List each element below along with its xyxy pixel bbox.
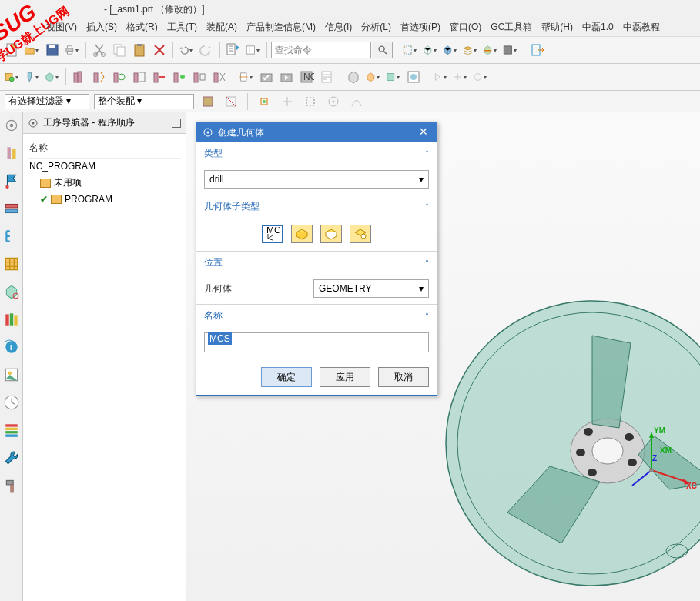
menu-gctoolbox[interactable]: GC工具箱 — [491, 21, 532, 34]
snap-icon-2[interactable] — [278, 92, 296, 111]
leftbar-gear-icon[interactable] — [3, 117, 20, 134]
column-header-name[interactable]: 名称 — [28, 139, 181, 159]
leftbar-grid-icon[interactable] — [3, 255, 20, 272]
cancel-button[interactable]: 取消 — [378, 367, 429, 387]
ok-button[interactable]: 确定 — [261, 367, 312, 387]
subtype-mcs[interactable]: MCS — [262, 225, 283, 243]
dialog-titlebar[interactable]: 创建几何体 ✕ — [196, 122, 437, 142]
op-icon-8[interactable] — [210, 68, 229, 86]
cut-icon[interactable] — [90, 41, 109, 59]
simulate-icon[interactable] — [277, 68, 296, 86]
leftbar-op-icon[interactable] — [3, 145, 20, 162]
leftbar-part-icon[interactable] — [3, 283, 20, 300]
save-icon[interactable] — [43, 41, 62, 59]
tool-icon-c[interactable]: ▾ — [384, 68, 403, 86]
wireframe-icon[interactable]: ▾ — [421, 41, 440, 59]
leftbar-books-icon[interactable] — [3, 311, 20, 328]
filter-icon-1[interactable] — [199, 92, 217, 111]
tool-icon-d[interactable] — [404, 68, 423, 86]
shop-doc-icon[interactable] — [317, 68, 336, 86]
op-icon-3[interactable] — [110, 68, 129, 86]
section-name-header[interactable]: 名称˄ — [196, 305, 437, 326]
command-finder-icon[interactable] — [224, 41, 243, 59]
leftbar-wifi-icon[interactable]: i — [3, 339, 20, 356]
fit-view-icon[interactable]: ▾ — [401, 41, 420, 59]
leftbar-spectrum-icon[interactable] — [3, 422, 20, 439]
menu-info[interactable]: 信息(I) — [325, 21, 352, 34]
background-icon[interactable]: ▾ — [501, 41, 520, 59]
tree-item-unused[interactable]: 未用项 — [28, 174, 181, 192]
leftbar-layers-icon[interactable] — [3, 200, 20, 217]
op-icon-4[interactable] — [130, 68, 149, 86]
leftbar-image-icon[interactable] — [3, 366, 20, 383]
section-position-header[interactable]: 位置˄ — [196, 252, 437, 273]
copy-icon[interactable] — [110, 41, 129, 59]
gear-icon[interactable] — [28, 118, 39, 129]
tool-icon-f[interactable]: ▾ — [451, 68, 470, 86]
paste-icon[interactable] — [130, 41, 149, 59]
leftbar-hammer-icon[interactable] — [3, 477, 20, 494]
op-icon-1[interactable] — [70, 68, 89, 86]
tree-root[interactable]: NC_PROGRAM — [28, 159, 181, 174]
leftbar-wrench-icon[interactable] — [3, 449, 20, 466]
menu-pmi[interactable]: 产品制造信息(M) — [246, 21, 316, 34]
op-icon-7[interactable] — [190, 68, 209, 86]
new-icon[interactable] — [3, 41, 22, 59]
leftbar-tree-icon[interactable] — [3, 228, 20, 245]
leftbar-flag-icon[interactable] — [3, 172, 20, 189]
undo-icon[interactable]: ▾ — [177, 41, 196, 59]
snap-icon-5[interactable] — [347, 92, 366, 111]
menu-analysis[interactable]: 分析(L) — [361, 21, 391, 34]
menu-insert[interactable]: 插入(S) — [86, 21, 117, 34]
op-icon-5[interactable] — [150, 68, 169, 86]
filter-scope-select[interactable]: 整个装配 ▾ — [94, 94, 194, 109]
op-icon-2[interactable] — [90, 68, 109, 86]
menu-format[interactable]: 格式(R) — [126, 21, 158, 34]
menu-preferences[interactable]: 首选项(P) — [400, 21, 440, 34]
snap-icon-4[interactable] — [324, 92, 343, 111]
menu-view[interactable]: 视图(V) — [46, 21, 77, 34]
info-box-icon[interactable]: i▾ — [244, 41, 263, 59]
type-select[interactable]: drill▾ — [204, 170, 429, 189]
section-type-header[interactable]: 类型˄ — [196, 142, 437, 164]
delete-icon[interactable] — [150, 41, 169, 59]
snap-icon-1[interactable] — [255, 92, 273, 111]
shaded-icon[interactable]: ▾ — [441, 41, 460, 59]
command-search-input[interactable]: 查找命令 — [271, 42, 371, 58]
name-input[interactable]: MCS — [204, 332, 429, 352]
create-tool-icon[interactable]: ▾ — [23, 68, 42, 86]
search-button[interactable] — [373, 42, 393, 58]
clip-icon[interactable]: ▾ — [481, 41, 500, 59]
layer-icon[interactable]: ▾ — [461, 41, 480, 59]
subtype-workpiece[interactable] — [291, 225, 313, 243]
menu-zltut[interactable]: 中磊教程 — [623, 21, 660, 34]
print-icon[interactable]: ▾ — [63, 41, 82, 59]
menu-tools[interactable]: 工具(T) — [167, 21, 197, 34]
open-icon[interactable]: ▾ — [23, 41, 42, 59]
create-geometry-icon[interactable]: ▾ — [43, 68, 62, 86]
verify-icon[interactable] — [257, 68, 276, 86]
section-subtype-header[interactable]: 几何体子类型˄ — [196, 195, 437, 217]
subtype-part[interactable] — [350, 225, 371, 243]
filter-type-select[interactable]: 有选择过滤器 ▾ — [5, 94, 89, 109]
tool-icon-e[interactable]: ▾ — [431, 68, 450, 86]
tool-icon-g[interactable]: ▾ — [471, 68, 490, 86]
menu-zl10[interactable]: 中磊1.0 — [582, 21, 614, 34]
exit-icon[interactable] — [528, 41, 547, 59]
apply-button[interactable]: 应用 — [320, 367, 370, 387]
tool-icon-a[interactable] — [344, 68, 363, 86]
menu-help[interactable]: 帮助(H) — [541, 21, 573, 34]
generate-icon[interactable]: ▾ — [237, 68, 256, 86]
pin-icon[interactable] — [172, 119, 181, 128]
tree-item-program[interactable]: ✔PROGRAM — [28, 192, 181, 207]
snap-icon-3[interactable] — [301, 92, 320, 111]
geometry-parent-select[interactable]: GEOMETRY▾ — [313, 279, 429, 298]
redo-icon[interactable] — [197, 41, 216, 59]
postprocess-icon[interactable]: NC — [297, 68, 316, 86]
tool-icon-b[interactable]: ▾ — [364, 68, 383, 86]
filter-icon-2[interactable] — [222, 92, 240, 111]
menu-window[interactable]: 窗口(O) — [450, 21, 481, 34]
leftbar-clock-icon[interactable] — [3, 394, 20, 411]
menu-assembly[interactable]: 装配(A) — [206, 21, 237, 34]
create-program-icon[interactable]: ▾ — [3, 68, 22, 86]
